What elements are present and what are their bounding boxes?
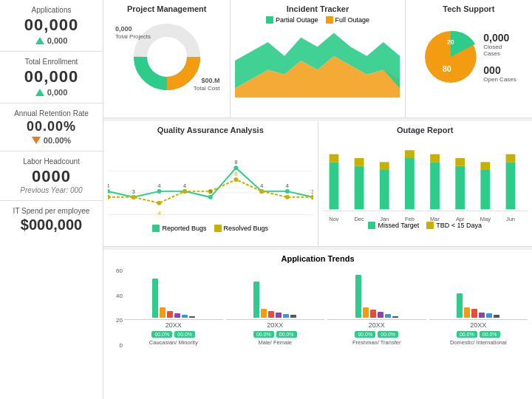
headcount-title: Labor Headcount [7,157,95,166]
incident-title: Incident Tracker [235,4,400,13]
svg-rect-50 [405,158,415,209]
enrollment-sub-value: 0,000 [47,88,68,97]
retention-sub-value: 00.00% [44,136,71,145]
svg-text:Jun: Jun [505,216,514,222]
svg-point-24 [183,189,187,194]
pie-container: 20 80 0,000 Closed Cases 000 Open Cases [410,16,528,98]
incident-area-chart [235,24,400,98]
legend-missed: Missed Target [368,222,419,229]
svg-text:6: 6 [234,171,238,177]
trend-bar [464,307,470,318]
legend-partial-dot [266,16,273,24]
qa-title: Quality Assurance Analysis [108,126,313,134]
svg-point-17 [233,166,238,170]
incident-tracker-box: Incident Tracker Partial Outage Full Out… [231,0,405,117]
svg-rect-54 [430,154,440,163]
svg-text:20: 20 [446,38,454,46]
enrollment-arrow-up-icon [35,89,44,96]
trend-bar [253,282,259,318]
retention-title: Annual Retention Rate [7,109,95,117]
closed-cases-label: Closed Cases [483,44,520,57]
svg-text:3: 3 [311,188,313,195]
pm-total-projects: 0,000Total Projects [115,25,151,40]
svg-text:Nov: Nov [329,216,339,222]
legend-full-dot [326,16,333,24]
trend-bar [182,315,188,318]
trend-bar [385,314,391,318]
svg-text:4: 4 [157,210,161,216]
trend-bar [261,309,267,318]
bottom-row: Application Trends 60 40 20 0 20XX00.0%0… [103,250,532,399]
trend-bar [486,313,492,318]
mid-row: Quality Assurance Analysis [103,121,532,247]
retention-subrow: 00.00% [7,136,95,145]
retention-card: Annual Retention Rate 00.00% 00.00% [0,103,103,151]
trends-title: Application Trends [108,254,528,263]
svg-text:4: 4 [108,183,110,189]
svg-rect-53 [430,162,440,209]
trend-bar [392,316,398,318]
svg-text:80: 80 [442,64,451,73]
svg-rect-63 [505,154,515,163]
legend-resolved: Resolved Bugs [214,225,269,232]
outage-bar-chart: Nov Dec Jan Feb Mar Apr [323,137,528,226]
applications-arrow-up-icon [35,37,44,44]
trend-bar [268,311,274,318]
legend-reported-dot [152,225,160,232]
svg-text:8: 8 [234,159,238,166]
trends-content: 60 40 20 0 20XX00.0%00.0%Caucasian/ Mino… [108,266,528,362]
qa-line-chart: 4 3 4 4 3 8 4 4 3 4 6 [108,137,313,226]
trend-bar [290,315,296,318]
qa-box: Quality Assurance Analysis [103,121,318,246]
tech-support-box: Tech Support 20 80 [406,0,532,117]
legend-full: Full Outage [326,16,370,24]
trend-bar [174,313,180,318]
enrollment-title: Total Enrollment [7,58,95,66]
trend-bar [152,279,158,318]
trend-bar [363,307,369,318]
trend-group-1: 20XX00.0%00.0%Male/ Female [226,266,325,362]
svg-rect-57 [455,158,465,166]
it-spend-value: $000,000 [7,216,95,233]
enrollment-subrow: 0,000 [7,88,95,97]
svg-point-16 [208,195,213,200]
trend-bar [378,312,383,318]
main-content: Project Management 0,000Total Projects $… [103,0,532,399]
applications-title: Applications [7,6,95,14]
trend-bar [276,313,282,318]
trend-bar [283,314,289,318]
svg-text:Dec: Dec [354,216,364,222]
headcount-prev: Previous Year: 000 [7,186,95,194]
svg-point-3 [148,38,186,76]
svg-text:3: 3 [209,188,213,195]
svg-rect-44 [354,166,364,210]
enrollment-card: Total Enrollment 00,000 0,000 [0,52,103,103]
svg-point-22 [132,195,136,200]
trend-bar [355,275,361,318]
legend-tbd-dot [426,222,434,229]
svg-rect-47 [379,170,389,209]
headcount-card: Labor Headcount 0000 Previous Year: 000 [0,151,103,201]
svg-rect-60 [480,162,490,170]
enrollment-value: 00,000 [7,67,95,86]
svg-point-29 [311,195,313,200]
pie-chart: 20 80 [417,24,484,90]
trend-group-3: 20XX00.0%00.0%Domestic/ International [429,266,528,362]
svg-text:4: 4 [260,183,264,189]
trend-bar [370,310,376,318]
closed-cases-info: 0,000 Closed Cases [483,32,520,57]
svg-text:4: 4 [157,183,161,189]
open-cases-value: 000 [483,64,520,76]
trend-bar [457,293,463,318]
outage-title: Outage Report [323,126,528,134]
trend-bar [167,311,173,318]
svg-rect-45 [354,158,364,166]
it-spend-card: IT Spend per employee $000,000 [0,201,103,239]
svg-text:4: 4 [286,183,290,189]
applications-value: 00,000 [7,16,95,35]
donut-container: 0,000Total Projects $00.MTotal Cost [108,16,225,98]
applications-card: Applications 00,000 0,000 [0,0,103,52]
headcount-value: 0000 [7,167,95,186]
svg-rect-48 [379,162,389,170]
open-cases-info: 000 Open Cases [483,64,520,83]
